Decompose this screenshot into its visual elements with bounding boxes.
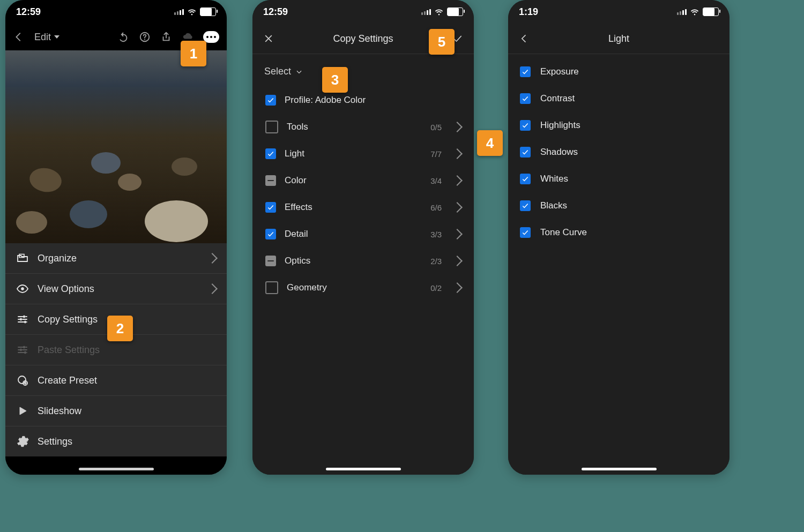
item-count: 6/6 xyxy=(430,203,442,212)
menu-slideshow[interactable]: Slideshow xyxy=(5,396,227,426)
menu-create-preset[interactable]: Create Preset xyxy=(5,365,227,396)
item-count: 2/3 xyxy=(430,257,442,266)
chevron-right-icon xyxy=(452,229,463,239)
status-bar: 1:19 xyxy=(508,0,729,24)
item-detail[interactable]: Detail 3/3 xyxy=(257,221,470,248)
chevron-right-icon xyxy=(452,282,463,293)
battery-icon xyxy=(447,8,463,16)
chevron-right-icon xyxy=(452,175,463,186)
chevron-right-icon xyxy=(452,202,463,213)
mode-label: Edit xyxy=(34,32,51,43)
preset-icon xyxy=(16,374,29,387)
back-icon[interactable] xyxy=(13,31,25,43)
item-count: 0/5 xyxy=(430,123,442,132)
chevron-right-icon xyxy=(207,283,218,294)
signal-icon xyxy=(174,9,184,15)
item-profile[interactable]: Profile: Adobe Color xyxy=(257,87,470,114)
screenshot-1: 12:59 Edit xyxy=(5,0,227,475)
checkbox-mixed[interactable] xyxy=(265,175,276,186)
checkbox-checked[interactable] xyxy=(520,200,531,211)
sliders-icon xyxy=(16,343,29,356)
chevron-right-icon xyxy=(452,148,463,159)
checkbox-checked[interactable] xyxy=(520,147,531,158)
item-label: Effects xyxy=(285,202,422,213)
menu-label: Create Preset xyxy=(38,375,216,386)
item-label: Contrast xyxy=(540,93,575,104)
light-options-list: Exposure Contrast Highlights Shadows Whi… xyxy=(508,54,729,250)
play-icon xyxy=(16,404,29,417)
checkbox-checked[interactable] xyxy=(265,148,276,159)
back-icon[interactable] xyxy=(519,33,530,44)
item-tone-curve[interactable]: Tone Curve xyxy=(512,219,725,246)
item-shadows[interactable]: Shadows xyxy=(512,139,725,166)
checkbox-checked[interactable] xyxy=(265,202,276,213)
signal-icon xyxy=(421,9,431,15)
home-indicator xyxy=(582,468,657,470)
menu-label: Settings xyxy=(38,436,216,447)
item-color[interactable]: Color 3/4 xyxy=(257,167,470,194)
item-label: Light xyxy=(285,148,422,159)
item-effects[interactable]: Effects 6/6 xyxy=(257,194,470,221)
menu-organize[interactable]: Organize xyxy=(5,243,227,274)
checkbox-checked[interactable] xyxy=(520,174,531,184)
item-light[interactable]: Light 7/7 xyxy=(257,140,470,167)
item-count: 0/2 xyxy=(430,283,442,293)
item-blacks[interactable]: Blacks xyxy=(512,192,725,219)
item-highlights[interactable]: Highlights xyxy=(512,112,725,139)
share-icon[interactable] xyxy=(160,31,172,43)
item-count: 7/7 xyxy=(430,149,442,159)
item-count: 3/4 xyxy=(430,176,442,185)
more-menu: Organize View Options Copy Settings Past… xyxy=(5,243,227,456)
help-icon[interactable] xyxy=(139,31,151,43)
item-optics[interactable]: Optics 2/3 xyxy=(257,248,470,274)
item-label: Tools xyxy=(287,122,422,132)
item-label: Blacks xyxy=(540,200,567,211)
home-indicator xyxy=(326,468,401,470)
annotation-badge-4: 4 xyxy=(477,130,503,156)
menu-label: View Options xyxy=(38,283,200,295)
checkbox-checked[interactable] xyxy=(265,229,276,239)
sliders-icon xyxy=(16,313,29,326)
chevron-down-icon xyxy=(295,68,303,76)
select-label: Select xyxy=(264,66,291,77)
item-tools[interactable]: Tools 0/5 xyxy=(257,114,470,140)
checkbox-unchecked[interactable] xyxy=(265,281,278,294)
battery-icon xyxy=(200,8,216,16)
item-label: Whites xyxy=(540,174,568,184)
menu-label: Paste Settings xyxy=(38,344,216,356)
status-time: 12:59 xyxy=(16,6,41,18)
checkbox-checked[interactable] xyxy=(520,120,531,131)
item-label: Exposure xyxy=(540,66,579,77)
item-geometry[interactable]: Geometry 0/2 xyxy=(257,274,470,301)
page-title: Light xyxy=(508,33,729,44)
item-label: Shadows xyxy=(540,147,578,158)
gear-icon xyxy=(16,435,29,448)
annotation-badge-5: 5 xyxy=(429,29,455,55)
checkbox-checked[interactable] xyxy=(520,66,531,77)
item-whites[interactable]: Whites xyxy=(512,166,725,192)
photo-preview[interactable] xyxy=(5,50,227,243)
status-bar: 12:59 xyxy=(5,0,227,24)
close-icon[interactable] xyxy=(263,33,274,44)
menu-settings[interactable]: Settings xyxy=(5,426,227,456)
checkbox-checked[interactable] xyxy=(520,227,531,238)
undo-icon[interactable] xyxy=(117,31,129,43)
checkbox-mixed[interactable] xyxy=(265,256,276,266)
eye-icon xyxy=(16,282,29,295)
item-contrast[interactable]: Contrast xyxy=(512,85,725,112)
item-exposure[interactable]: Exposure xyxy=(512,58,725,85)
menu-view-options[interactable]: View Options xyxy=(5,274,227,304)
checkbox-checked[interactable] xyxy=(265,95,276,106)
select-dropdown[interactable]: Select xyxy=(252,54,474,87)
checkbox-unchecked[interactable] xyxy=(265,121,278,133)
status-time: 12:59 xyxy=(263,6,288,18)
item-label: Highlights xyxy=(540,120,580,131)
light-header: Light xyxy=(508,24,729,54)
item-label: Detail xyxy=(285,229,422,239)
checkbox-checked[interactable] xyxy=(520,93,531,104)
item-label: Tone Curve xyxy=(540,227,587,238)
menu-label: Organize xyxy=(38,253,200,264)
mode-dropdown[interactable]: Edit xyxy=(34,32,60,43)
annotation-badge-1: 1 xyxy=(181,41,206,66)
wifi-icon xyxy=(434,7,444,17)
